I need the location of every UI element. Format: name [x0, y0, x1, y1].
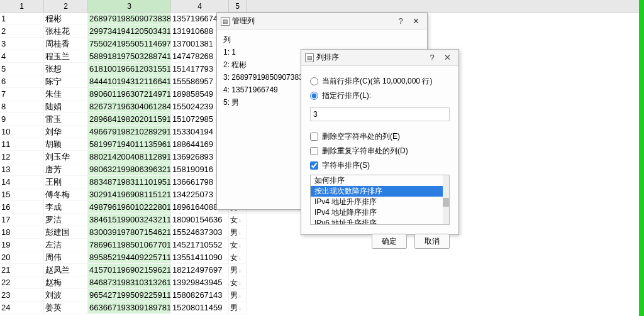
col-1[interactable]: 1: [0, 0, 44, 12]
col-5[interactable]: 5: [229, 0, 247, 12]
table-row[interactable]: 22赵梅84687319831031326113929843945女↓: [0, 276, 644, 289]
row-num: 5: [0, 63, 44, 75]
id-cell: 880214200408112891: [88, 151, 171, 163]
id-cell: 895852194409225711: [88, 251, 171, 264]
ok-button[interactable]: 确定: [372, 234, 407, 249]
name-cell: 刘玉华: [44, 151, 88, 163]
gender-cell: 男↓: [229, 226, 247, 239]
help-icon[interactable]: ?: [393, 16, 408, 26]
cancel-button[interactable]: 取消: [414, 234, 450, 249]
col-2[interactable]: 2: [44, 0, 88, 12]
list-item[interactable]: IPv4 地址降序排序: [311, 207, 449, 218]
id-cell: 289684198202011591: [88, 113, 171, 126]
row-num: 23: [0, 289, 44, 302]
tel-cell: 13929843945: [171, 276, 229, 289]
list-item[interactable]: 按出现次数降序排序: [311, 186, 449, 197]
name-cell: 姜英: [44, 302, 88, 314]
name-cell: 彭建国: [44, 226, 88, 239]
list-item[interactable]: 如何排序: [311, 175, 449, 186]
chk-string-sort[interactable]: 字符串排序(S): [310, 160, 450, 171]
row-num: 21: [0, 264, 44, 276]
col-3[interactable]: 3: [88, 0, 171, 12]
right-scrollbar[interactable]: [639, 0, 644, 316]
name-cell: 左洁: [44, 239, 88, 251]
row-num: 10: [0, 126, 44, 138]
help-icon[interactable]: ?: [425, 53, 440, 62]
gender-cell: 女↓: [229, 251, 247, 264]
name-cell: 程彬: [44, 13, 88, 25]
gender-cell: 男↓: [229, 289, 247, 302]
id-cell: 826737196304061284: [88, 101, 171, 113]
list-item[interactable]: IPv4 地址升序排序: [311, 197, 449, 207]
id-cell: 415701196902159621: [88, 264, 171, 276]
name-cell: 赵梅: [44, 276, 88, 289]
tel-cell: 18090154636: [171, 214, 229, 226]
column-header: 1 2 3 4 5: [0, 0, 644, 13]
name-cell: 唐芳: [44, 163, 88, 176]
table-row[interactable]: 23刘波96542719950922591115808267143男↓: [0, 289, 644, 302]
chk-remove-empty[interactable]: 删除空字符串处的列(E): [310, 131, 450, 142]
row-num: 15: [0, 188, 44, 201]
id-cell: 883487198311101951: [88, 176, 171, 188]
table-row[interactable]: 21赵凤兰41570119690215962118212497697男↓: [0, 264, 644, 276]
name-cell: 罗洁: [44, 214, 88, 226]
row-num: 18: [0, 226, 44, 239]
name-cell: 周桂香: [44, 38, 88, 50]
column-sort-dialog: ▤ 列排序 ? ✕ 当前行排序(C)(第 10,000,000 行) 指定行排序…: [301, 49, 459, 235]
row-num: 13: [0, 163, 44, 176]
name-cell: 王刚: [44, 176, 88, 188]
gender-cell: 女↓: [229, 214, 247, 226]
app-icon: ▤: [305, 53, 314, 62]
sort-options-list[interactable]: 如何排序按出现次数降序排序IPv4 地址升序排序IPv4 地址降序排序IPv6 …: [310, 175, 450, 225]
table-row[interactable]: 24姜英66366719330918978115208011459男↓: [0, 302, 644, 314]
close-icon[interactable]: ✕: [440, 53, 455, 62]
row-num: 11: [0, 138, 44, 151]
id-cell: 384615199003243211: [88, 214, 171, 226]
row-input[interactable]: [310, 107, 450, 121]
row-num: 12: [0, 151, 44, 163]
gender-cell: 女↓: [229, 276, 247, 289]
id-cell: 663667193309189781: [88, 302, 171, 314]
name-cell: 周伟: [44, 251, 88, 264]
list-item[interactable]: IPv6 地址升序排序: [311, 218, 449, 225]
tel-cell: 14521710552: [171, 239, 229, 251]
id-cell: 268979198509073838: [88, 13, 171, 25]
id-cell: 588918197503288741: [88, 50, 171, 63]
row-num: 17: [0, 214, 44, 226]
tel-cell: 13551411090: [171, 251, 229, 264]
id-cell: 498796196010222801: [88, 201, 171, 214]
name-cell: 张想: [44, 63, 88, 75]
id-cell: 890601196307214971: [88, 88, 171, 101]
name-cell: 朱佳: [44, 88, 88, 101]
name-cell: 陆娟: [44, 101, 88, 113]
id-cell: 965427199509225911: [88, 289, 171, 302]
row-num: 22: [0, 276, 44, 289]
id-cell: 830039197807154621: [88, 226, 171, 239]
gender-cell: 女↓: [229, 239, 247, 251]
col-4[interactable]: 4: [171, 0, 229, 12]
row-num: 6: [0, 75, 44, 88]
id-cell: 844410194312116641: [88, 75, 171, 88]
name-cell: 李成: [44, 201, 88, 214]
id-cell: 302914196908115121: [88, 188, 171, 201]
list-scrollbar[interactable]: [443, 175, 449, 224]
row-num: 2: [0, 25, 44, 38]
id-cell: 581997194011135961: [88, 138, 171, 151]
chk-remove-dup[interactable]: 删除重复字符串处的列(D): [310, 146, 450, 156]
name-cell: 张桂花: [44, 25, 88, 38]
row-num: 16: [0, 201, 44, 214]
radio-current-row[interactable]: 当前行排序(C)(第 10,000,000 行): [310, 76, 450, 87]
row-num: 7: [0, 88, 44, 101]
row-num: 4: [0, 50, 44, 63]
name-cell: 刘华: [44, 126, 88, 138]
close-icon[interactable]: ✕: [408, 16, 423, 26]
row-num: 19: [0, 239, 44, 251]
app-icon: ▤: [221, 17, 230, 26]
id-cell: 299734194120503431: [88, 25, 171, 38]
radio-specified-row[interactable]: 指定行排序(L):: [310, 90, 450, 101]
tel-cell: 15524637303: [171, 226, 229, 239]
row-num: 9: [0, 113, 44, 126]
row-num: 1: [0, 13, 44, 25]
id-cell: 755024195505114697: [88, 38, 171, 50]
name-cell: 陈宁: [44, 75, 88, 88]
